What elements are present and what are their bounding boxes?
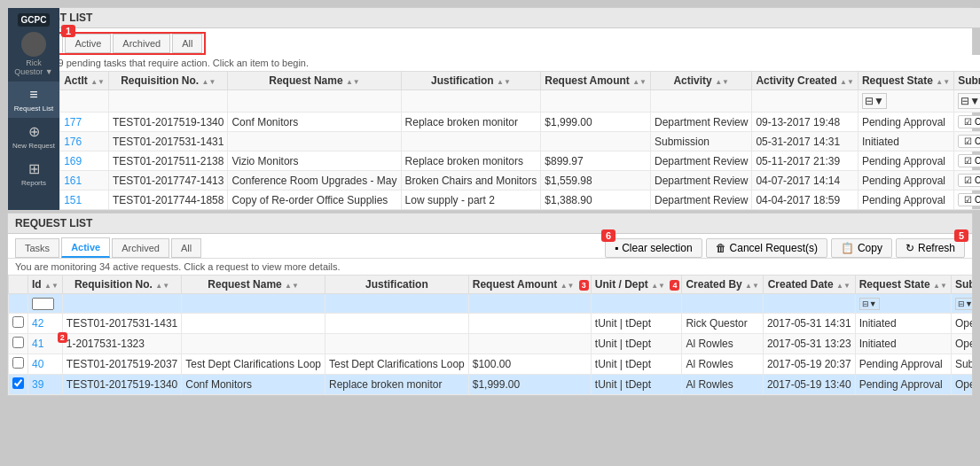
app-logo: GCPC [18, 13, 51, 27]
user-name: RickQuestor ▼ [14, 58, 52, 76]
filter-sub-state-bottom[interactable]: ⊟▼ [955, 298, 972, 310]
act-link[interactable]: 169 [64, 155, 82, 167]
annotation-4: 4 [670, 280, 679, 291]
trash-icon: 🗑 [716, 242, 726, 254]
act-link[interactable]: 161 [64, 175, 82, 187]
row-checkbox[interactable] [12, 357, 24, 369]
open-btn[interactable]: Open [958, 174, 980, 187]
tab-all-bottom[interactable]: All [171, 238, 201, 258]
filter-req-state-bottom[interactable]: ⊟▼ [859, 298, 880, 310]
sidebar-item-reports[interactable]: ⊞ Reports [8, 155, 59, 192]
table-row[interactable]: 38 169 TEST01-2017511-2138 Vizio Monitor… [9, 151, 981, 171]
filter-req-state[interactable]: ⊟▼ [862, 93, 887, 109]
col-sub-state: Submission State ▲▼ [951, 276, 972, 294]
col-req-no: Requisition No. ▲▼ [109, 72, 228, 90]
top-panel-title: REQUEST LIST [8, 8, 980, 28]
col-unit-dept: Unit / Dept ▲▼ 4 [591, 276, 682, 294]
col-req-name: Request Name ▲▼ [182, 276, 325, 294]
table-row[interactable]: 37 161 TEST01-2017747-1413 Conference Ro… [9, 171, 981, 190]
annotation-3: 3 [579, 280, 589, 291]
col-id: Id ▲▼ [28, 276, 63, 294]
table-row[interactable]: 40 TEST01-2017519-2037 Test Dept Clarifi… [9, 354, 973, 375]
col-created-by: Created By ▲▼ [682, 276, 764, 294]
table-row[interactable]: 39 TEST01-2017519-1340 Conf Monitors Rep… [9, 375, 973, 395]
annotation-2-left: 2 [58, 332, 67, 343]
col-checkbox [9, 276, 28, 294]
col-req-state: Request State ▲▼ [858, 72, 953, 90]
bottom-request-table: Id ▲▼ Requisition No. ▲▼ Request Name ▲▼… [8, 275, 972, 395]
act-link[interactable]: 177 [64, 116, 82, 128]
top-request-table: ReqIt ▲▼ ActIt ▲▼ Requisition No. ▲▼ Req… [8, 71, 980, 210]
col-req-no: Requisition No. ▲▼ [62, 276, 181, 294]
sidebar: GCPC RickQuestor ▼ ≡ Request List ⊕ New … [8, 8, 59, 210]
col-sub-state: Submission State ▲▼ [954, 72, 980, 90]
open-btn[interactable]: Open [958, 154, 980, 167]
col-created-date: Created Date ▲▼ [763, 276, 855, 294]
filter-sub-state[interactable]: ⊟▼ [958, 93, 980, 109]
refresh-icon: ↻ [906, 242, 914, 254]
copy-button[interactable]: 📋 Copy [831, 238, 892, 258]
col-actit: ActIt ▲▼ [60, 72, 109, 90]
annotation-5: 5 [954, 229, 968, 242]
avatar [21, 32, 46, 57]
bottom-message: You are monitoring 34 active requests. C… [8, 259, 972, 275]
open-btn[interactable]: Open [958, 135, 980, 148]
table-row[interactable]: 42 176 TEST01-2017531-1431 Submission 05… [9, 132, 981, 151]
table-row[interactable]: 41 2 1-2017531-1323 tUnit | tDept Al Row… [9, 334, 973, 354]
act-link[interactable]: 176 [64, 136, 82, 148]
list-icon: ≡ [29, 87, 37, 103]
filter-id[interactable] [32, 298, 54, 310]
tab-archived-bottom[interactable]: Archived [112, 238, 169, 258]
id-link[interactable]: 39 [32, 378, 43, 391]
col-req-name: Request Name ▲▼ [228, 72, 401, 90]
col-activity: Activity ▲▼ [651, 72, 752, 90]
sidebar-item-new-request[interactable]: ⊕ New Request [8, 118, 59, 155]
open-btn[interactable]: Open [958, 193, 980, 206]
row-checkbox[interactable] [12, 337, 24, 348]
tab-tasks-bottom[interactable]: Tasks [15, 238, 59, 258]
annotation-1-top: 1 [61, 25, 75, 37]
col-req-state: Request State ▲▼ [855, 276, 951, 294]
col-created: Activity Created ▲▼ [752, 72, 858, 90]
id-link[interactable]: 42 [32, 317, 43, 330]
act-link[interactable]: 151 [64, 194, 82, 206]
col-amount: Request Amount ▲▼ 3 [468, 276, 591, 294]
row-checkbox[interactable] [12, 377, 24, 389]
tab-active-bottom[interactable]: Active [61, 237, 110, 258]
col-amount: Request Amount ▲▼ [541, 72, 651, 90]
bottom-panel-title: REQUEST LIST [8, 214, 972, 234]
copy-icon: 📋 [841, 242, 854, 254]
row-checkbox[interactable] [12, 316, 24, 328]
minus-icon: ▪ [615, 242, 618, 254]
grid-icon: ⊞ [28, 160, 40, 177]
top-message: You have 9 pending tasks that require ac… [8, 55, 980, 71]
col-just: Justification ▲▼ [401, 72, 541, 90]
tab-all-top[interactable]: All [172, 34, 202, 53]
open-btn[interactable]: Open [958, 115, 980, 128]
id-link[interactable]: 40 [32, 358, 43, 370]
table-row[interactable]: 35 151 TEST01-2017744-1858 Copy of Re-or… [9, 190, 981, 210]
id-link[interactable]: 41 [32, 338, 43, 350]
annotation-6: 6 [601, 229, 615, 242]
col-just: Justification [325, 276, 469, 294]
sidebar-item-request-list[interactable]: ≡ Request List [8, 82, 59, 118]
table-row[interactable]: 39 177 TEST01-2017519-1340 Conf Monitors… [9, 113, 981, 132]
tab-archived-top[interactable]: Archived [113, 34, 170, 53]
clear-selection-button[interactable]: ▪ Clear selection [605, 238, 702, 258]
table-row[interactable]: 42 TEST01-2017531-1431 tUnit | tDept Ric… [9, 314, 973, 334]
plus-icon: ⊕ [28, 123, 40, 140]
cancel-requests-button[interactable]: 🗑 Cancel Request(s) [706, 238, 827, 258]
